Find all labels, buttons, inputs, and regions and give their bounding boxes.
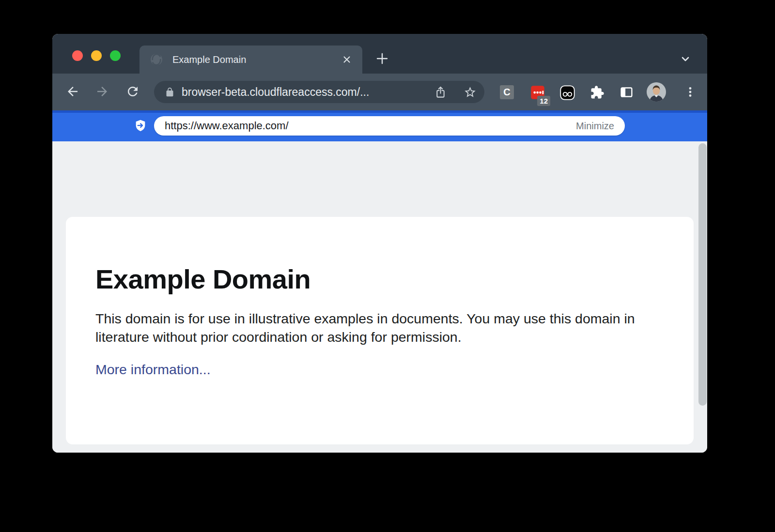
avatar-image xyxy=(647,82,666,102)
tab-close-icon[interactable] xyxy=(342,55,352,64)
page-paragraph: This domain is for use in illustrative e… xyxy=(95,309,650,346)
chrome-menu-icon[interactable] xyxy=(683,85,697,99)
more-information-link[interactable]: More information... xyxy=(95,362,211,378)
shield-arrow-icon xyxy=(134,119,147,133)
address-text: browser-beta.cloudflareaccess.com/... xyxy=(182,86,434,99)
browser-window: Example Domain xyxy=(52,34,707,453)
zoom-window-button[interactable] xyxy=(110,50,121,61)
reload-icon[interactable] xyxy=(125,84,140,99)
extension-badge: 12 xyxy=(537,96,550,106)
window-controls xyxy=(72,50,121,61)
forward-icon[interactable] xyxy=(95,84,109,99)
address-bar[interactable]: browser-beta.cloudflareaccess.com/... xyxy=(154,81,484,103)
globe-favicon-icon xyxy=(150,53,163,66)
red-dots-extension-icon[interactable]: 12 xyxy=(530,85,545,101)
scrollbar-thumb[interactable] xyxy=(698,143,707,406)
screenshot-stage: Example Domain xyxy=(0,0,775,532)
side-panel-icon[interactable] xyxy=(620,85,634,99)
page-title: Example Domain xyxy=(95,263,650,295)
minimize-window-button[interactable] xyxy=(91,50,102,61)
dark-circles-extension-icon[interactable] xyxy=(560,85,575,100)
extensions-puzzle-icon[interactable] xyxy=(590,85,604,100)
new-tab-button[interactable] xyxy=(376,52,388,65)
tab-strip: Example Domain xyxy=(52,34,707,74)
content-card: Example Domain This domain is for use in… xyxy=(66,217,694,444)
minimize-button[interactable]: Minimize xyxy=(576,121,614,132)
isolation-bar: https://www.example.com/ Minimize xyxy=(52,110,707,141)
tab-search-chevron-icon[interactable] xyxy=(679,52,692,66)
isolation-url-input[interactable]: https://www.example.com/ Minimize xyxy=(154,116,625,136)
browser-tab[interactable]: Example Domain xyxy=(140,46,362,74)
c-extension-icon[interactable]: C xyxy=(500,85,514,99)
c-extension-glyph: C xyxy=(500,85,514,99)
browser-toolbar: browser-beta.cloudflareaccess.com/... C xyxy=(52,74,707,110)
bookmark-star-icon[interactable] xyxy=(464,86,477,99)
back-icon[interactable] xyxy=(65,84,80,99)
share-icon[interactable] xyxy=(434,86,447,99)
page-viewport: Example Domain This domain is for use in… xyxy=(52,141,707,453)
close-window-button[interactable] xyxy=(72,50,83,61)
isolation-url-text: https://www.example.com/ xyxy=(165,120,289,132)
lock-icon[interactable] xyxy=(165,87,175,97)
tab-title: Example Domain xyxy=(172,54,342,65)
profile-avatar[interactable] xyxy=(647,82,666,102)
